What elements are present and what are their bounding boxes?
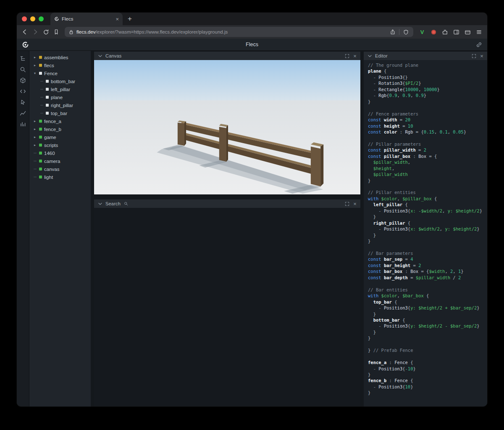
minimize-window-button[interactable] [30, 16, 35, 21]
entity-label: Fence [44, 71, 58, 76]
reload-button[interactable] [42, 28, 50, 36]
tree-item-camera[interactable]: camera [29, 157, 91, 165]
tree-item-left_pillar[interactable]: left_pillar [29, 85, 91, 93]
sidebar-panel-icon[interactable] [452, 28, 460, 36]
3d-scene [94, 60, 360, 194]
tree-expand-icon[interactable]: ▸ [33, 136, 37, 139]
code-line: with $color, $bar_box { [368, 293, 487, 299]
close-icon[interactable]: × [479, 53, 484, 59]
share-icon[interactable] [389, 28, 396, 36]
tree-item-canvas[interactable]: canvas [29, 165, 91, 173]
extensions-puzzle-icon[interactable] [441, 28, 449, 36]
search-results-area[interactable] [94, 208, 360, 406]
chevron-down-icon[interactable] [97, 53, 103, 59]
app-header: Flecs [17, 39, 487, 51]
entity-color-square [39, 120, 42, 123]
stats-icon[interactable] [20, 121, 26, 127]
code-line [368, 184, 487, 189]
tree-expand-icon[interactable]: ▸ [33, 144, 37, 147]
code-line: } [368, 178, 487, 184]
search-panel: Search × [94, 199, 360, 406]
chevron-down-icon[interactable] [97, 201, 103, 207]
code-line: with $color, $pillar_box { [368, 196, 487, 202]
tree-item-bottom_bar[interactable]: bottom_bar [29, 77, 91, 85]
tree-expand-icon[interactable]: ▸ [33, 120, 37, 123]
browser-window: Flecs × + flecs.dev/explorer/?wasm=https… [17, 13, 487, 406]
tree-expand-icon[interactable]: ▸ [33, 128, 37, 131]
close-icon[interactable]: × [352, 53, 357, 59]
tree-item-fence_b[interactable]: ▸fence_b [29, 125, 91, 133]
entity-color-square [46, 96, 49, 99]
code-line: const bar_height = 2 [368, 262, 487, 268]
panel-title: Search [105, 201, 121, 206]
extension-red-icon[interactable] [429, 28, 438, 36]
bookmark-icon[interactable] [52, 28, 60, 36]
canvas-panel: Canvas × [94, 52, 360, 194]
code-line: const height = 10 [368, 123, 487, 129]
tree-item-scripts[interactable]: ▸scripts [29, 141, 91, 149]
search-icon[interactable] [20, 66, 26, 73]
code-line: - Position3{10} [368, 384, 487, 390]
code-line: $pillar_width, [368, 159, 487, 165]
entity-label: 1460 [44, 151, 55, 156]
entity-color-square [39, 64, 42, 67]
wallet-icon[interactable] [463, 28, 472, 36]
code-line: // Pillar parameters [368, 141, 487, 147]
tree-item-game[interactable]: ▸game [29, 133, 91, 141]
close-window-button[interactable] [22, 16, 27, 21]
code-line: left_pillar { [368, 202, 487, 207]
select-cursor-icon[interactable] [20, 99, 26, 105]
tree-guide [33, 176, 37, 179]
tree-expand-icon[interactable]: ▸ [33, 64, 37, 67]
entity-color-square [39, 144, 42, 147]
expand-icon[interactable] [471, 53, 477, 59]
tree-item-top_bar[interactable]: top_bar [29, 109, 91, 117]
maximize-window-button[interactable] [39, 16, 44, 21]
entity-color-square [39, 128, 42, 131]
code-line [368, 354, 487, 359]
shield-icon[interactable] [402, 28, 410, 36]
code-line: bottom_bar { [368, 317, 487, 323]
close-icon[interactable]: × [352, 201, 357, 207]
entity-label: scripts [44, 143, 58, 148]
tree-item-fence_a[interactable]: ▸fence_a [29, 117, 91, 125]
tree-item-light[interactable]: light [29, 173, 91, 181]
3d-viewport[interactable] [94, 60, 360, 194]
browser-tab[interactable]: Flecs × [50, 13, 123, 25]
tab-close-icon[interactable]: × [116, 16, 119, 22]
code-icon[interactable] [20, 88, 26, 94]
code-line [368, 341, 487, 347]
forward-button[interactable] [32, 28, 39, 36]
code-line: plane { [368, 68, 487, 74]
tree-expand-icon[interactable]: ▾ [33, 72, 37, 75]
tree-guide [33, 160, 37, 163]
tree-item-Fence[interactable]: ▾Fence [29, 69, 91, 77]
chart-icon[interactable] [20, 110, 26, 116]
entity-color-square [39, 168, 42, 170]
tree-expand-icon[interactable]: ▸ [33, 56, 37, 59]
code-line: // Bar entities [368, 287, 487, 293]
entity-label: camera [44, 159, 60, 164]
share-link-icon[interactable] [476, 42, 482, 48]
url-bar[interactable]: flecs.dev/explorer/?wasm=https://www.fle… [65, 27, 413, 37]
chevron-down-icon[interactable] [367, 53, 373, 59]
tree-item-flecs[interactable]: ▸flecs [29, 61, 91, 69]
menu-icon[interactable] [475, 28, 483, 36]
hierarchy-icon[interactable] [20, 55, 26, 62]
flecs-logo-icon[interactable] [22, 41, 29, 48]
code-line: // The ground plane [368, 62, 487, 68]
expand-icon[interactable] [344, 53, 350, 59]
tree-item-plane[interactable]: plane [29, 93, 91, 101]
extension-v-icon[interactable]: V [418, 28, 426, 36]
panel-title: Editor [375, 53, 388, 58]
tree-item-right_pillar[interactable]: right_pillar [29, 101, 91, 109]
tree-item-1460[interactable]: 1460 [29, 149, 91, 157]
expand-icon[interactable] [344, 201, 350, 207]
code-area[interactable]: // The ground planeplane { - Position3{}… [364, 60, 487, 406]
back-button[interactable] [21, 28, 29, 36]
new-tab-button[interactable]: + [128, 15, 132, 23]
search-panel-header: Search × [94, 199, 360, 208]
cube-icon[interactable] [20, 77, 26, 84]
tool-sidebar [17, 51, 29, 406]
tree-item-assemblies[interactable]: ▸assemblies [29, 53, 91, 61]
